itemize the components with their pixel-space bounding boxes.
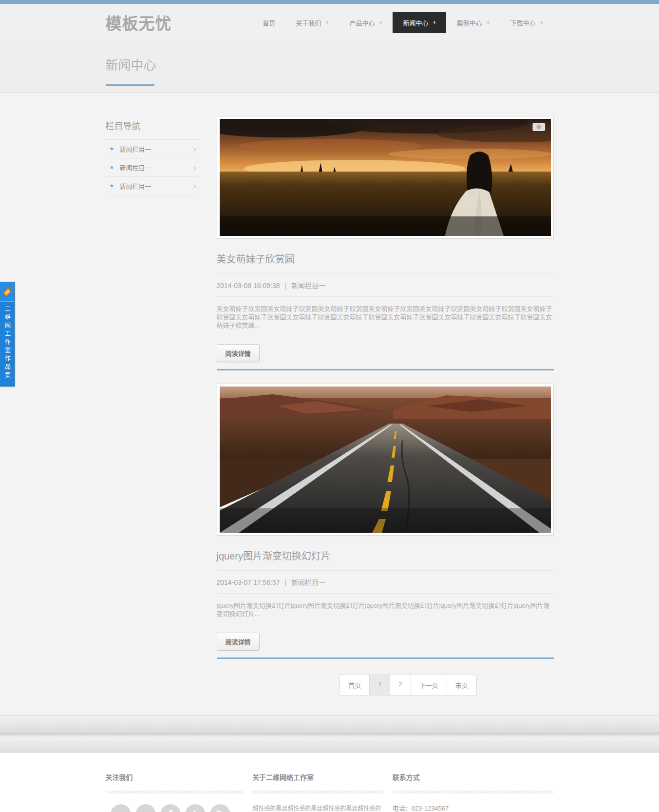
article-item: jquery图片渐变切换幻灯片 2014-03-07 17:56:57 | 新闻… — [217, 384, 554, 659]
tumblr-icon[interactable]: t — [185, 804, 206, 812]
footer-heading: 联系方式 — [393, 772, 554, 782]
hatched-divider — [393, 791, 554, 793]
top-accent-strip — [0, 0, 659, 4]
main-nav: 首页 关于我们+ 产品中心+ 新闻中心+ 案例中心+ 下载中心+ — [252, 12, 553, 33]
footer-column-about: 关于二维网络工作室 超性感的黑丝超性感的黑丝超性感的黑丝超性感的黑丝超性感的黑丝… — [252, 772, 383, 812]
article-category[interactable]: 新闻栏目一 — [291, 579, 325, 586]
widget-vertical-label: 二维网工作室作品集 — [4, 306, 11, 380]
rss-icon[interactable] — [210, 804, 230, 812]
footer-about-text: 超性感的黑丝超性感的黑丝超性感的黑丝超性感的黑丝超性感的黑丝超性感的黑丝超性感的… — [252, 804, 383, 812]
site-header: 模板无忧 首页 关于我们+ 产品中心+ 新闻中心+ 案例中心+ 下载中心+ — [0, 4, 659, 41]
footer-column-contact: 联系方式 电话：023-1234567 传真：023-1234567 地址：这里… — [393, 772, 554, 812]
nav-item-home[interactable]: 首页 — [252, 12, 285, 33]
chevron-right-icon: › — [194, 163, 196, 172]
article-bottom-rule — [217, 657, 554, 659]
star-icon: ★ — [110, 146, 114, 152]
page-title-band: 新闻中心 — [0, 41, 659, 93]
pagination-next[interactable]: 下一页 — [411, 675, 447, 696]
pagination-page-1[interactable]: 1 — [369, 675, 390, 696]
article-category[interactable]: 新闻栏目一 — [291, 282, 325, 290]
pagination-first[interactable]: 首页 — [339, 675, 370, 696]
hatched-divider — [252, 791, 383, 793]
footer-ribbon — [0, 715, 659, 753]
sidebar-item-label: 新闻栏目一 — [119, 181, 151, 191]
sidebar-title: 栏目导航 — [106, 119, 199, 132]
article-excerpt: jquery图片渐变切换幻灯片jquery图片渐变切换幻灯片jquery图片渐变… — [217, 601, 554, 618]
meta-separator: | — [284, 579, 286, 586]
article-date: 2014-03-07 17:56:57 — [217, 579, 280, 586]
divider — [217, 296, 554, 297]
plus-icon: + — [325, 19, 329, 26]
title-underline — [106, 85, 554, 85]
nav-item-products[interactable]: 产品中心+ — [339, 12, 393, 33]
social-icons: ☁ p f t — [106, 804, 243, 812]
sidebar-item-label: 新闻栏目一 — [119, 144, 151, 154]
footer-heading: 关注我们 — [106, 772, 243, 782]
article-bottom-rule — [217, 369, 554, 370]
sidebar-item-news-category[interactable]: ★ 新闻栏目一 › — [106, 177, 199, 195]
site-logo[interactable]: 模板无忧 — [106, 11, 172, 34]
facebook-icon[interactable]: f — [160, 804, 181, 812]
article-photo-sunset-field — [220, 119, 551, 236]
article-thumbnail[interactable] — [217, 384, 554, 536]
sidebar: 栏目导航 ★ 新闻栏目一 › ★ 新闻栏目一 › ★ 新闻栏目一 › — [106, 116, 199, 696]
article-meta: 2014-03-07 17:56:57 | 新闻栏目一 — [217, 571, 554, 593]
plus-icon: + — [379, 19, 382, 26]
hatched-divider — [106, 791, 243, 793]
nav-item-downloads[interactable]: 下载中心+ — [500, 12, 553, 33]
article-thumbnail[interactable] — [217, 116, 554, 239]
floating-portfolio-widget[interactable]: 二维网工作室作品集 — [0, 282, 15, 387]
read-more-button[interactable]: 阅读详情 — [217, 344, 260, 362]
plus-icon: + — [433, 19, 436, 26]
star-icon: ★ — [110, 183, 114, 189]
article-date: 2014-03-08 16:09:38 — [217, 282, 280, 290]
footer-heading: 关于二维网络工作室 — [252, 772, 383, 782]
plus-icon: + — [540, 19, 543, 26]
nav-item-about[interactable]: 关于我们+ — [285, 12, 339, 33]
plus-icon: + — [486, 19, 490, 26]
footer-column-follow: 关注我们 ☁ p f t — [106, 772, 243, 812]
sidebar-item-label: 新闻栏目一 — [119, 163, 151, 172]
sidebar-item-news-category[interactable]: ★ 新闻栏目一 › — [106, 140, 199, 158]
orange-arrow-icon — [0, 282, 14, 302]
site-footer: 关注我们 ☁ p f t 关于二维网 — [0, 753, 659, 812]
chevron-right-icon: › — [194, 182, 196, 190]
nav-item-news[interactable]: 新闻中心+ — [393, 12, 446, 33]
article-meta: 2014-03-08 16:09:38 | 新闻栏目一 — [217, 274, 554, 296]
main-section: 栏目导航 ★ 新闻栏目一 › ★ 新闻栏目一 › ★ 新闻栏目一 › — [0, 93, 659, 753]
article-photo-desert-road — [220, 387, 551, 533]
star-icon: ★ — [110, 164, 114, 171]
article-list: 美女萌妹子欣赏圆 2014-03-08 16:09:38 | 新闻栏目一 美女萌… — [217, 116, 554, 696]
contact-phone: 电话：023-1234567 — [393, 804, 554, 812]
pinterest-icon[interactable]: p — [135, 804, 156, 812]
read-more-button[interactable]: 阅读详情 — [217, 633, 260, 651]
pagination-last[interactable]: 末页 — [447, 675, 477, 696]
sidebar-item-news-category[interactable]: ★ 新闻栏目一 › — [106, 158, 199, 177]
meta-separator: | — [284, 282, 286, 290]
divider — [217, 593, 554, 594]
article-excerpt: 美女萌妹子欣赏圆美女萌妹子欣赏圆美女萌妹子欣赏圆美女萌妹子欣赏圆美女萌妹子欣赏圆… — [217, 305, 554, 329]
pagination-page-2[interactable]: 2 — [390, 675, 411, 696]
chevron-right-icon: › — [194, 145, 196, 153]
article-title[interactable]: jquery图片渐变切换幻灯片 — [217, 548, 554, 562]
article-title[interactable]: 美女萌妹子欣赏圆 — [217, 251, 554, 266]
article-item: 美女萌妹子欣赏圆 2014-03-08 16:09:38 | 新闻栏目一 美女萌… — [217, 116, 554, 370]
nav-item-cases[interactable]: 案例中心+ — [446, 12, 500, 33]
page-title: 新闻中心 — [106, 55, 554, 73]
photo-badge-icon — [532, 123, 545, 131]
pagination: 首页 1 2 下一页 末页 — [240, 675, 577, 696]
weibo-icon[interactable]: ☁ — [111, 804, 131, 812]
